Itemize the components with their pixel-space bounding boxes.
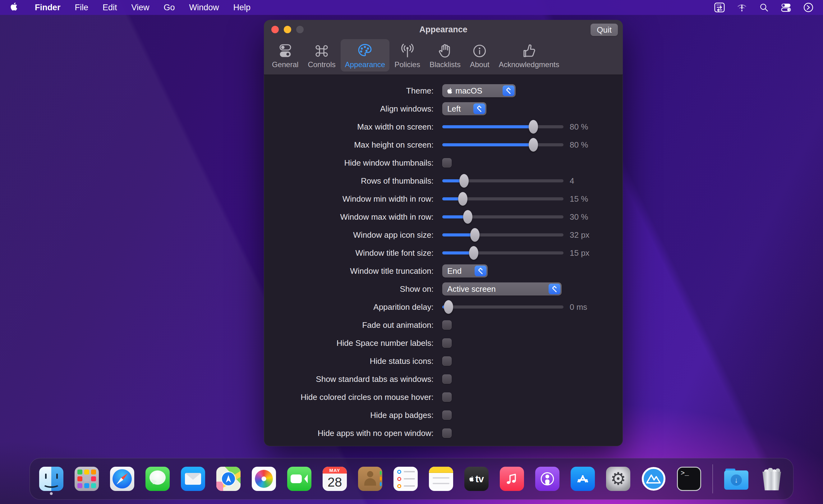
slider-value: 0 ms <box>570 302 587 312</box>
slider-knob[interactable] <box>458 192 467 206</box>
setting-row: Max width on screen: 80 % <box>264 118 623 136</box>
slider-5[interactable] <box>442 174 563 188</box>
checkbox-17[interactable] <box>442 392 452 402</box>
slider-knob[interactable] <box>444 300 453 314</box>
slider-9[interactable] <box>442 246 563 260</box>
user-shell-icon[interactable] <box>803 2 814 13</box>
info-icon <box>472 42 488 59</box>
dock-item-terminal[interactable]: >_ <box>677 467 701 491</box>
setting-label: Show standard tabs as windows: <box>264 374 434 384</box>
dock-item-facetime[interactable] <box>287 467 311 491</box>
dock-item-podcasts[interactable] <box>535 467 559 491</box>
window-title: Appearance <box>264 25 623 34</box>
dropdown-11[interactable]: Active screen <box>442 283 561 296</box>
dock-item-safari[interactable] <box>110 467 134 491</box>
apple-menu[interactable] <box>0 0 28 15</box>
checkbox-19[interactable] <box>442 429 452 438</box>
setting-label: Hide apps with no open window: <box>264 429 434 438</box>
slider-6[interactable] <box>442 192 563 206</box>
dock-item-appstore[interactable] <box>570 467 595 491</box>
dock-item-notes[interactable] <box>429 467 453 491</box>
slider-fill <box>442 143 533 146</box>
wifi-warning-icon[interactable] <box>736 2 748 13</box>
checkbox-15[interactable] <box>442 356 452 366</box>
tab-appearance[interactable]: Appearance <box>341 39 389 71</box>
slider-track[interactable] <box>442 306 563 309</box>
window-switcher-icon[interactable] <box>713 2 725 13</box>
menu-item-help[interactable]: Help <box>226 0 258 15</box>
quit-button[interactable]: Quit <box>591 24 618 36</box>
close-button[interactable] <box>271 26 279 33</box>
checkbox-14[interactable] <box>442 338 452 348</box>
control-center-icon[interactable] <box>780 2 792 13</box>
menu-item-go[interactable]: Go <box>157 0 182 15</box>
setting-row: Window max width in row: 30 % <box>264 208 623 226</box>
slider-knob[interactable] <box>469 246 478 260</box>
dropdown-10[interactable]: End <box>442 265 488 278</box>
slider-track[interactable] <box>442 215 563 218</box>
tab-controls[interactable]: Controls <box>303 39 340 71</box>
dock-item-system-preferences[interactable]: ⚙ <box>606 467 630 491</box>
slider-track[interactable] <box>442 233 563 236</box>
dock-item-finder[interactable] <box>39 467 63 491</box>
dock-item-reminders[interactable] <box>393 467 418 491</box>
slider-track[interactable] <box>442 251 563 255</box>
slider-knob[interactable] <box>463 210 472 224</box>
dock-item-music[interactable] <box>500 467 524 491</box>
stepper-icon <box>473 104 485 114</box>
dock-item-maps[interactable] <box>216 467 240 491</box>
setting-label: Theme: <box>264 86 434 96</box>
slider-knob[interactable] <box>529 120 538 134</box>
menu-item-edit[interactable]: Edit <box>96 0 124 15</box>
slider-7[interactable] <box>442 210 563 224</box>
slider-knob[interactable] <box>470 228 480 242</box>
menu-item-file[interactable]: File <box>67 0 96 15</box>
menu-item-app[interactable]: Finder <box>28 0 68 15</box>
tab-label: Policies <box>394 60 420 69</box>
tab-blacklists[interactable]: Blacklists <box>425 39 465 71</box>
slider-2[interactable] <box>442 120 563 134</box>
minimize-button[interactable] <box>284 26 291 33</box>
stepper-icon <box>548 284 560 294</box>
slider-3[interactable] <box>442 138 563 152</box>
checkbox-18[interactable] <box>442 410 452 420</box>
checkbox-4[interactable] <box>442 158 452 167</box>
dock-item-alttab[interactable] <box>642 467 666 491</box>
dropdown-1[interactable]: Left <box>442 102 486 115</box>
dock-item-mail[interactable] <box>181 467 205 491</box>
slider-track[interactable] <box>442 179 563 182</box>
slider-track[interactable] <box>442 197 563 200</box>
setting-label: Apparition delay: <box>264 302 434 312</box>
tab-acknowledgments[interactable]: Acknowledgments <box>494 39 564 71</box>
menu-item-view[interactable]: View <box>124 0 156 15</box>
setting-row: Hide status icons: <box>264 352 623 370</box>
dock-item-photos[interactable] <box>252 467 276 491</box>
search-icon[interactable] <box>758 2 770 13</box>
terminal-glyph: >_ <box>677 467 701 491</box>
dropdown-value: End <box>447 266 462 276</box>
dock-item-downloads[interactable]: ↓ <box>724 467 749 491</box>
checkbox-13[interactable] <box>442 320 452 330</box>
checkbox-16[interactable] <box>442 374 452 384</box>
dock-item-trash[interactable] <box>760 467 784 491</box>
slider-fill <box>442 125 533 128</box>
dock-item-contacts[interactable] <box>358 467 382 491</box>
slider-track[interactable] <box>442 143 563 146</box>
tab-general[interactable]: General <box>268 39 303 71</box>
tab-policies[interactable]: Policies <box>390 39 425 71</box>
slider-12[interactable] <box>442 300 563 314</box>
setting-row: Hide window thumbnails: <box>264 154 623 172</box>
dock-item-launchpad[interactable] <box>74 467 99 491</box>
dropdown-0[interactable]: macOS <box>442 84 516 97</box>
dock-item-calendar[interactable]: MAY28 <box>323 467 347 491</box>
menu-item-window[interactable]: Window <box>182 0 226 15</box>
slider-knob[interactable] <box>529 138 538 152</box>
stepper-icon <box>475 266 486 276</box>
slider-8[interactable] <box>442 228 563 242</box>
setting-label: Window min width in row: <box>264 194 434 204</box>
slider-knob[interactable] <box>459 174 469 188</box>
slider-track[interactable] <box>442 125 563 128</box>
tab-about[interactable]: About <box>466 39 494 71</box>
dock-item-tv[interactable]: tv <box>464 467 489 491</box>
dock-item-messages[interactable] <box>145 467 170 491</box>
